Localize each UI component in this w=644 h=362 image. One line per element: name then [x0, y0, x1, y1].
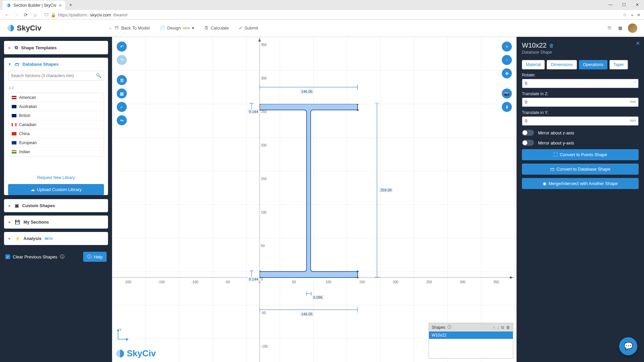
chevron-down-icon: ▾: [192, 25, 194, 31]
region-european[interactable]: European: [8, 138, 104, 147]
canvas[interactable]: 350 300 250 200 150 100 50 0 -50 -100 -2…: [112, 37, 517, 362]
convert-db-button[interactable]: 🗃 Convert to Database Shape: [522, 164, 639, 175]
clear-shapes-checkbox[interactable]: ✓: [5, 254, 10, 259]
mirror-button[interactable]: ⇋: [117, 115, 127, 125]
my-sections-header[interactable]: ▸ 💾 My Sections: [4, 216, 108, 229]
zoom-out-button[interactable]: －: [502, 55, 512, 65]
close-panel-button[interactable]: ✕: [636, 40, 640, 47]
axis-tick: -200: [124, 280, 131, 284]
trash-icon: 🗑: [120, 78, 124, 83]
axis-tick: -150: [158, 280, 165, 284]
upload-library-button[interactable]: ☁ Upload Custom Library: [8, 184, 104, 195]
region-australian[interactable]: Australian: [8, 102, 104, 111]
rotate-input[interactable]: [522, 79, 639, 88]
calculate-button[interactable]: 🗓 Calculate: [204, 25, 229, 31]
nav-home-icon[interactable]: ⌂: [32, 12, 38, 17]
url-input[interactable]: 🛡 🔒 https://platform.skyciv.com/beam#: [42, 11, 620, 18]
merge-icon: ◉: [543, 181, 546, 186]
region-indian[interactable]: Indian: [8, 147, 104, 156]
unit-label: mm: [630, 100, 636, 104]
brand-logo[interactable]: SkyCiv: [7, 24, 41, 33]
region-american[interactable]: American: [8, 93, 104, 102]
delete-button[interactable]: 🗑: [117, 75, 127, 85]
degree-icon: °: [635, 81, 636, 85]
undo-button[interactable]: ↶: [117, 42, 127, 52]
ibeam-shape[interactable]: [260, 104, 359, 278]
region-british[interactable]: British: [8, 111, 104, 120]
region-china[interactable]: China: [8, 129, 104, 138]
trash-icon[interactable]: 🗑: [506, 325, 510, 330]
calculator-icon: 🗓: [204, 25, 209, 31]
design-menu[interactable]: 📄 Design NEW ▾: [160, 25, 194, 31]
app-menu-icon[interactable]: ≡: [637, 12, 640, 17]
axis-tick: -100: [261, 345, 268, 348]
canvas-brand: SkyCiv: [115, 348, 156, 359]
shape-row-selected[interactable]: W10x22: [429, 331, 513, 339]
shape-templates-header[interactable]: ▸ ⧉ Shape Templates: [4, 41, 108, 54]
arrow-down-icon[interactable]: ↓: [497, 325, 499, 330]
window-minimize-button[interactable]: —: [604, 0, 617, 9]
custom-shapes-header[interactable]: ▸ ▣ Custom Shapes: [4, 199, 108, 212]
flag-in-icon: [12, 150, 16, 154]
grid-button[interactable]: ▦: [117, 88, 127, 99]
svg-point-7: [357, 109, 359, 111]
tab-close-icon[interactable]: ×: [59, 3, 62, 8]
trash-icon[interactable]: 🗑: [549, 43, 554, 48]
translate-z-input[interactable]: [522, 98, 639, 107]
merge-intersect-button[interactable]: ◉ Merge/Intersect with Another Shape: [522, 178, 639, 189]
rotate-label: Rotate:: [522, 73, 639, 77]
mirror-z-toggle[interactable]: [522, 130, 534, 136]
nav-forward-icon[interactable]: →: [13, 12, 19, 17]
info-icon[interactable]: ⓘ: [60, 254, 64, 260]
database-icon: 🗃: [15, 62, 19, 67]
help-icon[interactable]: ?⃝: [606, 25, 612, 31]
mirror-y-label: Mirror about y-axis: [538, 140, 574, 145]
mirror-y-toggle[interactable]: [522, 140, 534, 146]
corner-button[interactable]: ⌐: [117, 102, 127, 112]
zoom-in-icon: ＋: [505, 44, 509, 50]
axis-tick: 50: [292, 280, 296, 284]
template-icon: ⧉: [15, 45, 18, 50]
browser-tab[interactable]: Section Builder | SkyCiv ×: [3, 1, 65, 10]
search-icon[interactable]: 🔍: [96, 73, 101, 78]
region-canadian[interactable]: Canadian: [8, 120, 104, 129]
redo-button[interactable]: ↷: [117, 55, 127, 65]
zoom-in-button[interactable]: ＋: [502, 42, 512, 52]
bookmark-icon[interactable]: ☆: [623, 12, 627, 17]
new-tab-button[interactable]: +: [67, 1, 74, 9]
analysis-header[interactable]: ▸ ⚡ Analysis BETA: [4, 232, 108, 245]
apps-grid-icon[interactable]: ▦: [617, 25, 623, 31]
grid-icon: ▦: [120, 91, 124, 96]
tab-material[interactable]: Material: [522, 60, 545, 69]
request-library-link[interactable]: Request New Library: [4, 173, 108, 182]
copy-icon[interactable]: ⧉: [501, 325, 504, 330]
convert-points-button[interactable]: ⛶ Convert to Points Shape: [522, 149, 639, 160]
mirror-icon: ⇋: [120, 118, 124, 123]
user-avatar[interactable]: [628, 23, 637, 33]
window-restore-button[interactable]: ☐: [617, 0, 631, 9]
help-button[interactable]: ⓘ Help: [83, 252, 107, 262]
search-sections-input[interactable]: [8, 71, 104, 81]
chat-launcher-button[interactable]: 💬: [619, 337, 637, 355]
info-icon[interactable]: ⓘ: [447, 324, 451, 330]
screenshot-button[interactable]: 📷: [502, 88, 512, 99]
dim-flange-bot: 9.144: [248, 277, 260, 282]
properties-title: W10x22: [522, 42, 546, 49]
library-breadcrumb[interactable]: ⌂ /: [4, 84, 108, 93]
window-close-button[interactable]: ✕: [631, 0, 644, 9]
arrow-up-icon[interactable]: ↑: [493, 325, 495, 330]
tab-taper[interactable]: Taper: [609, 60, 628, 69]
axis-tick: -100: [192, 280, 198, 284]
svg-marker-31: [117, 328, 119, 331]
database-shapes-header[interactable]: ▾ 🗃 Database Shapes: [4, 58, 108, 71]
nav-reload-icon[interactable]: ⟳: [23, 12, 29, 17]
nav-back-icon[interactable]: ←: [4, 12, 10, 17]
download-button[interactable]: ⬇: [502, 102, 512, 112]
submit-button[interactable]: ✓ Submit: [239, 25, 258, 31]
pan-button[interactable]: ✥: [502, 68, 512, 78]
tab-dimensions[interactable]: Dimensions: [547, 60, 577, 69]
translate-y-input[interactable]: [522, 116, 639, 126]
tab-operations[interactable]: Operations: [579, 60, 607, 69]
extensions-icon[interactable]: »: [631, 12, 633, 17]
back-to-model-button[interactable]: ← ⛩ Back To Model: [108, 25, 150, 31]
